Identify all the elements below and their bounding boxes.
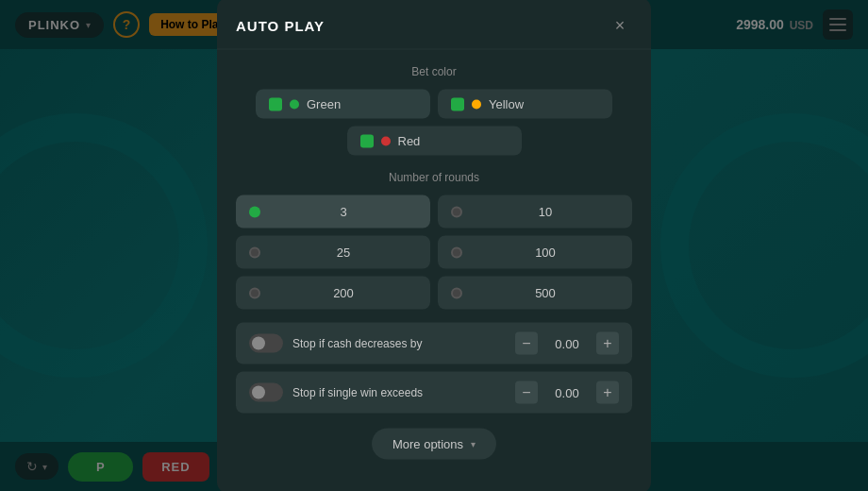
round-3-button[interactable]: 3 (236, 195, 430, 229)
rounds-grid: 3 10 25 100 200 (236, 195, 632, 310)
round-500-button[interactable]: 500 (438, 277, 632, 310)
yellow-dot (472, 99, 481, 109)
round-25-button[interactable]: 25 (236, 236, 430, 269)
stop-cash-label: Stop if cash decreases by (292, 337, 506, 350)
green-swatch (269, 97, 282, 110)
stop-win-row: Stop if single win exceeds − 0.00 + (236, 372, 632, 414)
yellow-swatch (451, 97, 464, 110)
rounds-label: Number of rounds (236, 171, 632, 184)
stop-cash-toggle[interactable] (249, 334, 283, 353)
color-green-button[interactable]: Green (256, 90, 430, 119)
round-500-label: 500 (472, 286, 619, 300)
close-button[interactable]: × (608, 13, 632, 38)
stop-cash-minus-button[interactable]: − (515, 332, 538, 355)
autoplay-modal: AUTO PLAY × Bet color Green Yellow (217, 0, 651, 491)
toggle-section: Stop if cash decreases by − 0.00 + Stop … (236, 323, 632, 414)
stop-cash-value-group: − 0.00 + (515, 332, 619, 355)
stop-win-value: 0.00 (543, 385, 591, 399)
green-label: Green (307, 97, 341, 111)
modal-header: AUTO PLAY × (217, 0, 651, 50)
round-10-button[interactable]: 10 (438, 195, 632, 229)
round-25-label: 25 (270, 246, 417, 260)
color-grid: Green Yellow (236, 90, 632, 119)
stop-win-plus-button[interactable]: + (596, 381, 619, 404)
modal-title: AUTO PLAY (236, 17, 325, 33)
stop-win-value-group: − 0.00 + (515, 381, 619, 404)
round-3-label: 3 (270, 205, 417, 219)
minus-icon-2: − (522, 384, 530, 401)
red-swatch (360, 134, 374, 147)
round-100-label: 100 (472, 246, 619, 260)
color-row-center: Red (236, 127, 632, 156)
modal-body: Bet color Green Yellow Red (217, 50, 651, 475)
minus-icon: − (522, 335, 530, 352)
color-red-button[interactable]: Red (347, 127, 522, 156)
red-dot (381, 136, 391, 145)
round-200-button[interactable]: 200 (236, 277, 430, 310)
round-10-label: 10 (472, 205, 619, 219)
red-label: Red (398, 134, 421, 148)
round-3-radio (249, 206, 260, 217)
stop-win-minus-button[interactable]: − (515, 381, 538, 404)
round-100-radio (451, 246, 462, 258)
color-yellow-button[interactable]: Yellow (438, 90, 612, 119)
round-200-label: 200 (270, 286, 417, 300)
stop-cash-value: 0.00 (543, 336, 591, 350)
plus-icon-2: + (603, 384, 611, 401)
more-options-chevron-icon: ▾ (471, 439, 476, 449)
more-options-wrap: More options ▾ (236, 429, 632, 460)
more-options-button[interactable]: More options ▾ (372, 429, 496, 460)
round-25-radio (249, 246, 260, 258)
rounds-section: Number of rounds 3 10 25 100 (236, 171, 632, 310)
stop-win-label: Stop if single win exceeds (292, 386, 506, 399)
round-100-button[interactable]: 100 (438, 236, 632, 269)
round-10-radio (451, 206, 462, 217)
bet-color-label: Bet color (236, 65, 632, 78)
stop-cash-row: Stop if cash decreases by − 0.00 + (236, 323, 632, 364)
round-200-radio (249, 287, 260, 298)
plus-icon: + (603, 335, 611, 352)
green-dot (290, 99, 299, 109)
stop-win-toggle[interactable] (249, 383, 283, 402)
round-500-radio (451, 287, 462, 298)
stop-cash-plus-button[interactable]: + (596, 332, 619, 355)
yellow-label: Yellow (489, 97, 524, 111)
more-options-label: More options (392, 437, 463, 451)
